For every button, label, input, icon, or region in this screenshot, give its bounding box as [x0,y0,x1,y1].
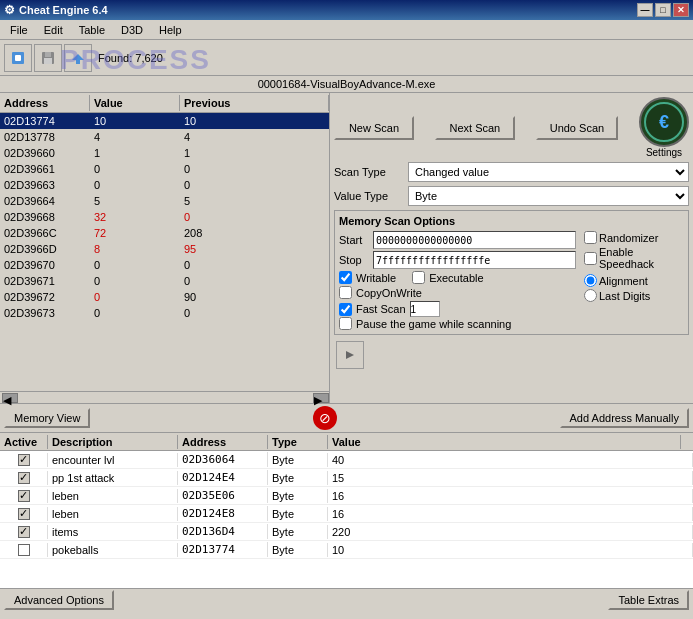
active-cell: ✓ [0,453,48,467]
maximize-button[interactable]: □ [655,3,671,17]
previous-cell: 4 [180,131,329,143]
minimize-button[interactable]: — [637,3,653,17]
type-col-header: Type [268,435,328,449]
executable-label: Executable [429,272,483,284]
address-cell: 02D39663 [0,179,90,191]
close-button[interactable]: ✕ [673,3,689,17]
previous-cell: 0 [180,259,329,271]
svg-text:€: € [659,112,669,132]
table-extras-button[interactable]: Table Extras [608,590,689,610]
svg-rect-3 [44,58,52,64]
save-button[interactable] [34,44,62,72]
scan-row[interactable]: 02D3966455 [0,193,329,209]
value-cell: 8 [90,243,180,255]
main-layout: Address Value Previous 02D13774101002D13… [0,93,693,403]
scan-table-body[interactable]: 02D13774101002D137784402D396601102D39661… [0,113,329,391]
scan-type-dropdown[interactable]: Changed value [408,162,689,182]
value-cell2: 40 [328,453,693,467]
writable-checkbox[interactable] [339,271,352,284]
address-table-row[interactable]: pokeballs02D13774Byte10 [0,541,693,559]
active-cell: ✓ [0,507,48,521]
previous-col-header: Previous [180,95,329,111]
active-checkbox[interactable] [18,544,30,556]
active-checkbox[interactable]: ✓ [18,454,30,466]
address-table-row[interactable]: ✓leben02D124E8Byte16 [0,505,693,523]
address-cell: 02D39670 [0,259,90,271]
address-cell2: 02D136D4 [178,524,268,539]
scroll-right-btn[interactable]: ▶ [313,393,329,403]
add-address-button[interactable]: Add Address Manually [560,408,689,428]
value-cell: 32 [90,211,180,223]
stop-input[interactable] [373,251,576,269]
undo-scan-button[interactable]: Undo Scan [536,116,618,140]
memory-scan-options: Memory Scan Options Start Stop Writable [334,210,689,335]
address-table-body[interactable]: ✓encounter lvl02D36064Byte40✓pp 1st atta… [0,451,693,588]
writable-label: Writable [356,272,396,284]
type-cell: Byte [268,525,328,539]
pointer-button[interactable] [336,341,364,369]
scan-row[interactable]: 02D3966100 [0,161,329,177]
value-type-dropdown[interactable]: Byte [408,186,689,206]
menu-item-d3d[interactable]: D3D [113,22,151,38]
scan-row[interactable]: 02D3966D895 [0,241,329,257]
address-table-container: Active Description Address Type Value ✓e… [0,433,693,588]
scan-row[interactable]: 02D3967300 [0,305,329,321]
load-button[interactable] [64,44,92,72]
open-process-button[interactable] [4,44,32,72]
fast-scan-checkbox[interactable] [339,303,352,316]
found-count: Found: 7,620 [98,52,163,64]
value-cell: 10 [90,115,180,127]
description-cell: leben [48,507,178,521]
copyonwrite-checkbox[interactable] [339,286,352,299]
menu-item-edit[interactable]: Edit [36,22,71,38]
value-cell: 0 [90,291,180,303]
alignment-radio-row: Alignment [584,274,684,287]
alignment-label: Alignment [599,275,648,287]
active-checkbox[interactable]: ✓ [18,526,30,538]
scroll-track[interactable] [18,393,313,403]
address-cell: 02D3966D [0,243,90,255]
fast-scan-label: Fast Scan [356,303,406,315]
address-table-row[interactable]: ✓pp 1st attack02D124E4Byte15 [0,469,693,487]
scan-row[interactable]: 02D3966300 [0,177,329,193]
value-cell: 5 [90,195,180,207]
memory-view-button[interactable]: Memory View [4,408,90,428]
address-table-row[interactable]: ✓leben02D35E06Byte16 [0,487,693,505]
scan-row[interactable]: 02D39672090 [0,289,329,305]
address-table-row[interactable]: ✓items02D136D4Byte220 [0,523,693,541]
scan-row[interactable]: 02D39668320 [0,209,329,225]
scan-row[interactable]: 02D3966011 [0,145,329,161]
next-scan-button[interactable]: Next Scan [435,116,515,140]
randomizer-checkbox[interactable] [584,231,597,244]
scan-row[interactable]: 02D3966C72208 [0,225,329,241]
memory-view-area: Memory View ⊘ Add Address Manually [0,403,693,433]
value-cell2: 16 [328,507,693,521]
address-table-row[interactable]: ✓encounter lvl02D36064Byte40 [0,451,693,469]
alignment-radio[interactable] [584,274,597,287]
fast-scan-input[interactable] [410,301,440,317]
options-area: Start Stop Writable Executable [339,231,684,317]
executable-checkbox[interactable] [412,271,425,284]
previous-cell: 90 [180,291,329,303]
menu-item-table[interactable]: Table [71,22,113,38]
scroll-left-btn[interactable]: ◀ [2,393,18,403]
scan-row[interactable]: 02D137741010 [0,113,329,129]
new-scan-button[interactable]: New Scan [334,116,414,140]
horizontal-scrollbar[interactable]: ◀ ▶ [0,391,329,403]
last-digits-radio[interactable] [584,289,597,302]
scan-row[interactable]: 02D3967100 [0,273,329,289]
previous-cell: 208 [180,227,329,239]
value-cell: 0 [90,275,180,287]
start-input[interactable] [373,231,576,249]
scan-row[interactable]: 02D3967000 [0,257,329,273]
active-checkbox[interactable]: ✓ [18,508,30,520]
speedhack-checkbox[interactable] [584,252,597,265]
menu-item-file[interactable]: File [2,22,36,38]
advanced-options-button[interactable]: Advanced Options [4,590,114,610]
active-checkbox[interactable]: ✓ [18,472,30,484]
pause-game-checkbox[interactable] [339,317,352,330]
menu-item-help[interactable]: Help [151,22,190,38]
active-checkbox[interactable]: ✓ [18,490,30,502]
scan-row[interactable]: 02D1377844 [0,129,329,145]
pause-game-label: Pause the game while scanning [356,318,511,330]
